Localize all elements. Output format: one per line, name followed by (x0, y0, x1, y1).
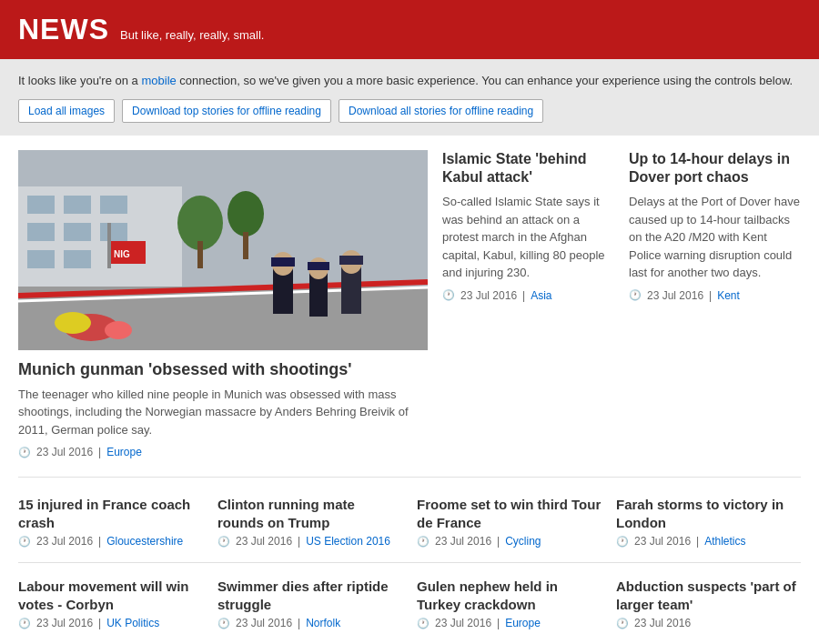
small-story-2-link[interactable]: Clinton running mate rounds on Trump (217, 497, 355, 530)
bottom-story-1: Labour movement will win votes - Corbyn … (18, 578, 203, 629)
small-stories-section: 15 injured in France coach crash 🕐 23 Ju… (18, 496, 801, 563)
clock-icon-6: 🕐 (417, 536, 430, 548)
featured-story-body: The teenager who killed nine people in M… (18, 386, 428, 439)
bottom-story-2-meta: 🕐 23 Jul 2016 | Norfolk (217, 617, 402, 629)
side-story-1-date: 23 Jul 2016 (460, 289, 517, 302)
small-story-4-title[interactable]: Farah storms to victory in London (616, 496, 801, 531)
clock-icon-10: 🕐 (417, 618, 430, 629)
clock-icon-9: 🕐 (217, 618, 230, 629)
clock-icon-11: 🕐 (616, 618, 629, 629)
svg-rect-31 (107, 223, 111, 268)
featured-story-link[interactable]: Munich gunman 'obsessed with shootings' (18, 360, 352, 378)
bottom-story-1-date: 23 Jul 2016 (36, 617, 93, 629)
small-story-4-link[interactable]: Farah storms to victory in London (616, 497, 784, 530)
download-all-button[interactable]: Download all stories for offline reading (339, 99, 543, 123)
bottom-story-4-date: 23 Jul 2016 (634, 617, 691, 629)
bottom-story-3-date: 23 Jul 2016 (435, 617, 491, 629)
svg-rect-3 (64, 196, 91, 214)
small-story-3-date: 23 Jul 2016 (435, 535, 491, 548)
small-story-2-title[interactable]: Clinton running mate rounds on Trump (217, 496, 402, 531)
side-story-2: Up to 14-hour delays in Dover port chaos… (629, 150, 801, 459)
bottom-story-4-link[interactable]: Abduction suspects 'part of larger team' (616, 579, 796, 612)
small-story-4-meta: 🕐 23 Jul 2016 | Athletics (616, 535, 801, 548)
bottom-story-2-link[interactable]: Swimmer dies after riptide struggle (217, 579, 389, 612)
small-story-1: 15 injured in France coach crash 🕐 23 Ju… (18, 496, 203, 548)
svg-rect-28 (339, 256, 363, 265)
side-story-2-meta: 🕐 23 Jul 2016 | Kent (629, 289, 801, 302)
small-story-1-meta: 🕐 23 Jul 2016 | Gloucestershire (18, 535, 203, 548)
svg-rect-6 (64, 223, 91, 241)
site-title: NEWS (18, 13, 109, 46)
small-story-3-title[interactable]: Froome set to win third Tour de France (417, 496, 602, 531)
small-story-4-tag[interactable]: Athletics (704, 535, 745, 548)
mobile-notice-text: It looks like you're on a mobile connect… (18, 72, 801, 90)
small-story-1-tag[interactable]: Gloucestershire (106, 535, 183, 548)
small-story-2-date: 23 Jul 2016 (236, 535, 292, 548)
bottom-story-2-title[interactable]: Swimmer dies after riptide struggle (217, 578, 402, 613)
bottom-story-2-tag[interactable]: Norfolk (306, 617, 340, 629)
bottom-story-3-meta: 🕐 23 Jul 2016 | Europe (417, 617, 602, 629)
side-story-2-link[interactable]: Up to 14-hour delays in Dover port chaos (629, 151, 790, 186)
featured-story-date: 23 Jul 2016 (36, 446, 93, 458)
side-story-1-meta: 🕐 23 Jul 2016 | Asia (442, 289, 614, 302)
load-images-button[interactable]: Load all images (18, 99, 115, 123)
featured-story-meta: 🕐 23 Jul 2016 | Europe (18, 446, 428, 458)
svg-rect-2 (27, 196, 55, 214)
download-top-button[interactable]: Download top stories for offline reading (122, 99, 331, 123)
bottom-story-3: Gulen nephew held in Turkey crackdown 🕐 … (417, 578, 602, 629)
bottom-stories-section: Labour movement will win votes - Corbyn … (18, 578, 801, 629)
bottom-story-2-date: 23 Jul 2016 (236, 617, 292, 629)
site-tagline: But like, really, really, small. (120, 28, 264, 42)
clock-icon-4: 🕐 (18, 536, 31, 548)
svg-rect-5 (27, 223, 55, 241)
bottom-story-4: Abduction suspects 'part of larger team'… (616, 578, 801, 629)
svg-text:NIG: NIG (114, 249, 130, 259)
mobile-buttons-row: Load all images Download top stories for… (18, 99, 801, 123)
featured-story-title[interactable]: Munich gunman 'obsessed with shootings' (18, 359, 428, 380)
top-stories-section: NIG Munich gunman 'obsessed with shootin… (18, 150, 801, 478)
svg-rect-13 (243, 232, 248, 259)
small-story-2-meta: 🕐 23 Jul 2016 | US Election 2016 (217, 535, 402, 548)
bottom-story-4-title[interactable]: Abduction suspects 'part of larger team' (616, 578, 801, 613)
small-story-3-tag[interactable]: Cycling (505, 535, 541, 548)
side-story-2-title[interactable]: Up to 14-hour delays in Dover port chaos (629, 150, 801, 188)
bottom-story-2: Swimmer dies after riptide struggle 🕐 23… (217, 578, 402, 629)
svg-rect-8 (27, 250, 55, 268)
side-story-1-link[interactable]: Islamic State 'behind Kabul attack' (442, 151, 587, 186)
svg-point-19 (105, 321, 132, 339)
small-story-1-title[interactable]: 15 injured in France coach crash (18, 496, 203, 531)
side-story-1-tag[interactable]: Asia (531, 289, 551, 302)
small-story-3-link[interactable]: Froome set to win third Tour de France (417, 497, 601, 530)
clock-icon-2: 🕐 (442, 289, 455, 301)
clock-icon-8: 🕐 (18, 618, 31, 629)
bottom-story-1-tag[interactable]: UK Politics (106, 617, 159, 629)
small-story-2: Clinton running mate rounds on Trump 🕐 2… (217, 496, 402, 548)
bottom-story-3-tag[interactable]: Europe (505, 617, 541, 629)
bottom-story-4-meta: 🕐 23 Jul 2016 (616, 617, 801, 629)
bottom-story-3-link[interactable]: Gulen nephew held in Turkey crackdown (417, 579, 558, 612)
featured-image-svg: NIG (18, 150, 428, 350)
featured-story-tag[interactable]: Europe (106, 446, 142, 458)
small-story-3-meta: 🕐 23 Jul 2016 | Cycling (417, 535, 602, 548)
mobile-link[interactable]: mobile (141, 74, 176, 87)
featured-image: NIG (18, 150, 428, 350)
bottom-story-1-link[interactable]: Labour movement will win votes - Corbyn (18, 579, 189, 612)
svg-rect-11 (197, 241, 203, 268)
small-story-1-link[interactable]: 15 injured in France coach crash (18, 497, 190, 530)
small-story-3: Froome set to win third Tour de France 🕐… (417, 496, 602, 548)
bottom-story-3-title[interactable]: Gulen nephew held in Turkey crackdown (417, 578, 602, 613)
clock-icon-3: 🕐 (629, 289, 642, 301)
svg-point-18 (55, 312, 91, 334)
side-story-1-title[interactable]: Islamic State 'behind Kabul attack' (442, 150, 614, 188)
svg-rect-22 (271, 257, 295, 267)
clock-icon-5: 🕐 (217, 536, 230, 548)
small-story-4-date: 23 Jul 2016 (634, 535, 691, 548)
bottom-story-1-title[interactable]: Labour movement will win votes - Corbyn (18, 578, 203, 613)
side-story-2-body: Delays at the Port of Dover have caused … (629, 193, 801, 282)
side-story-2-tag[interactable]: Kent (717, 289, 740, 302)
mobile-notice-banner: It looks like you're on a mobile connect… (0, 59, 819, 136)
small-story-2-tag[interactable]: US Election 2016 (306, 535, 390, 548)
side-story-1-body: So-called Islamic State says it was behi… (442, 193, 614, 282)
small-story-1-date: 23 Jul 2016 (36, 535, 93, 548)
site-header: NEWS But like, really, really, small. (0, 0, 819, 59)
